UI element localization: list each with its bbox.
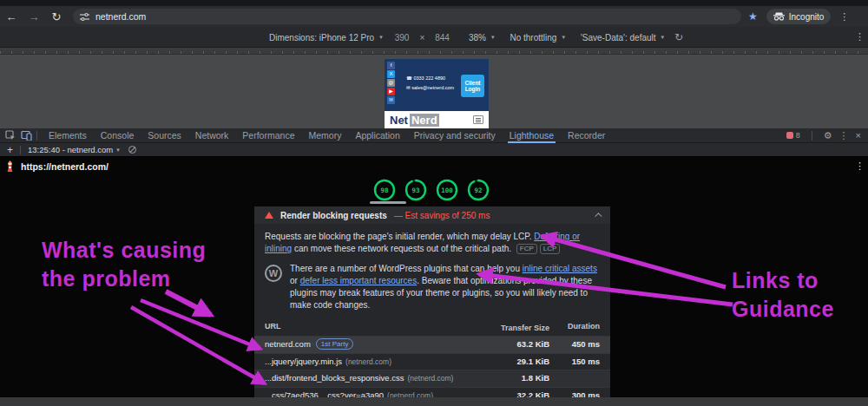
email-address: sales@netnerd.com — [411, 85, 454, 90]
score-gauges: 98 93 100 92 — [373, 179, 490, 201]
warning-icon — [265, 212, 273, 219]
client-login-button[interactable]: Client Login — [461, 75, 484, 97]
browser-toolbar: ← → ↻ netnerd.com ★ Incognito ⋮ — [0, 6, 868, 27]
hamburger-menu-icon[interactable] — [473, 115, 483, 124]
settings-gear-icon[interactable]: ⚙ — [824, 130, 832, 141]
youtube-icon[interactable]: ▶ — [387, 88, 395, 95]
score-seo[interactable]: 92 — [467, 179, 490, 201]
bookmark-star-icon[interactable]: ★ — [748, 10, 758, 23]
audit-card: Render blocking requests — Est savings o… — [254, 206, 610, 397]
bottom-strip — [0, 397, 868, 406]
phone-number: 0333 222 4890 — [413, 75, 445, 81]
tab-memory[interactable]: Memory — [301, 128, 348, 143]
audit-savings: — Est savings of 250 ms — [394, 211, 490, 220]
logo-net: Net — [390, 114, 408, 127]
device-toolbar-menu-icon[interactable]: ⋮ — [855, 31, 865, 43]
incognito-label: Incognito — [789, 12, 825, 22]
lighthouse-icon — [5, 160, 15, 172]
score-accessibility[interactable]: 93 — [404, 179, 427, 201]
fcp-chip: FCP — [516, 244, 537, 254]
annotation-left: What's causing the problem — [42, 236, 206, 293]
report-caret-icon: ▾ — [116, 147, 120, 154]
zoom-selector[interactable]: 38% — [469, 33, 486, 43]
email-icon: ✉ — [406, 85, 411, 90]
tab-elements[interactable]: Elements — [42, 128, 94, 143]
annotation-right: Links to Guidance — [732, 266, 834, 324]
requests-table: URL Transfer Size Duration netnerd.com1s… — [265, 318, 600, 403]
lcp-chip: LCP — [540, 244, 561, 254]
x-twitter-icon[interactable]: X — [387, 70, 395, 78]
device-caret-icon: ▾ — [379, 34, 383, 41]
devtools-tabbar: Elements Console Sources Network Perform… — [0, 128, 868, 143]
score-best-practices[interactable]: 100 — [436, 179, 458, 201]
device-selector[interactable]: Dimensions: iPhone 12 Pro — [269, 33, 374, 43]
device-toolbar-toggle-icon[interactable] — [21, 131, 32, 141]
device-width-field[interactable]: 390 — [395, 33, 410, 43]
multiply-icon: × — [419, 33, 424, 43]
report-menu-icon[interactable]: ⋮ — [855, 160, 865, 172]
clear-reports-icon[interactable] — [128, 146, 136, 154]
incognito-badge: Incognito — [766, 9, 832, 24]
close-devtools-icon[interactable]: × — [856, 130, 861, 141]
defer-less-important-link[interactable]: defer less important resources — [300, 276, 418, 285]
tab-performance[interactable]: Performance — [235, 128, 301, 143]
url-text: netnerd.com — [95, 11, 146, 22]
devtools-menu-icon[interactable]: ⋮ — [839, 130, 849, 141]
browser-menu-icon[interactable]: ⋮ — [839, 11, 849, 23]
report-url: https://netnerd.com/ — [21, 161, 108, 172]
table-row: ...dist/frontend_blocks_responsive.css(n… — [254, 370, 610, 387]
tab-console[interactable]: Console — [94, 128, 141, 143]
audit-header[interactable]: Render blocking requests — Est savings o… — [254, 206, 610, 224]
new-report-button[interactable]: + — [7, 144, 13, 156]
tab-lighthouse[interactable]: Lighthouse — [503, 128, 561, 143]
back-button[interactable]: ← — [0, 10, 23, 23]
phone-icon: ☎ — [406, 75, 412, 81]
device-height-field[interactable]: 844 — [435, 33, 450, 43]
throttling-caret-icon: ▾ — [562, 34, 565, 41]
wordpress-guidance: W There are a number of WordPress plugin… — [265, 263, 600, 311]
table-header: URL Transfer Size Duration — [265, 318, 600, 336]
forward-button[interactable]: → — [23, 10, 45, 23]
site-logo-bar: Net Nerd — [385, 111, 489, 128]
contact-info: ☎ 0333 222 4890 ✉ sales@netnerd.com — [406, 74, 454, 93]
table-row: netnerd.com1st Party 63.2 KiB 450 ms — [254, 336, 610, 353]
first-party-chip: 1st Party — [316, 338, 354, 350]
facebook-icon[interactable]: f — [387, 62, 395, 69]
reload-button[interactable]: ↻ — [45, 10, 68, 23]
gauge-label-highlight — [370, 201, 406, 204]
site-header: f X @ ▶ ✉ ☎ 0333 222 4890 ✉ sales@netner… — [385, 59, 489, 111]
save-data-selector[interactable]: 'Save-Data': default — [581, 33, 656, 43]
ruler — [0, 48, 868, 55]
lighthouse-toolbar: + 13:25:40 - netnerd.com ▾ — [0, 143, 868, 157]
logo-nerd: Nerd — [410, 114, 439, 127]
tab-recorder[interactable]: Recorder — [561, 128, 612, 143]
instagram-icon[interactable]: @ — [387, 79, 395, 87]
rotate-device-icon[interactable]: ↻ — [674, 31, 683, 43]
viewport-area: f X @ ▶ ✉ ☎ 0333 222 4890 ✉ sales@netner… — [0, 48, 868, 128]
address-bar[interactable]: netnerd.com — [73, 9, 741, 24]
linkedin-icon[interactable]: ✉ — [387, 96, 395, 104]
collapse-chevron-icon[interactable] — [595, 213, 602, 219]
incognito-icon — [773, 12, 785, 21]
device-toolbar: Dimensions: iPhone 12 Pro ▾ 390 × 844 38… — [0, 27, 868, 48]
audit-title: Render blocking requests — [280, 211, 387, 220]
throttling-selector[interactable]: No throttling — [510, 33, 556, 43]
tab-network[interactable]: Network — [188, 128, 236, 143]
save-data-caret-icon: ▾ — [661, 34, 665, 41]
browser-window: ← → ↻ netnerd.com ★ Incognito ⋮ Dimensio… — [0, 0, 868, 406]
zoom-caret-icon: ▾ — [491, 34, 495, 41]
tab-application[interactable]: Application — [348, 128, 406, 143]
browser-tab-strip — [0, 0, 868, 6]
tab-sources[interactable]: Sources — [141, 128, 188, 143]
score-performance[interactable]: 98 — [373, 179, 396, 201]
site-settings-icon[interactable] — [80, 12, 89, 22]
inline-critical-assets-link[interactable]: inline critical assets — [523, 264, 597, 273]
social-icons: f X @ ▶ ✉ — [387, 62, 395, 104]
issues-counter[interactable]: 8 — [786, 131, 800, 140]
issues-icon — [786, 132, 793, 139]
report-selector[interactable]: 13:25:40 - netnerd.com ▾ — [28, 145, 120, 154]
inspect-icon[interactable] — [5, 130, 16, 141]
tab-privacy-security[interactable]: Privacy and security — [407, 128, 503, 143]
wordpress-icon: W — [265, 265, 282, 282]
page-preview[interactable]: f X @ ▶ ✉ ☎ 0333 222 4890 ✉ sales@netner… — [385, 59, 489, 128]
